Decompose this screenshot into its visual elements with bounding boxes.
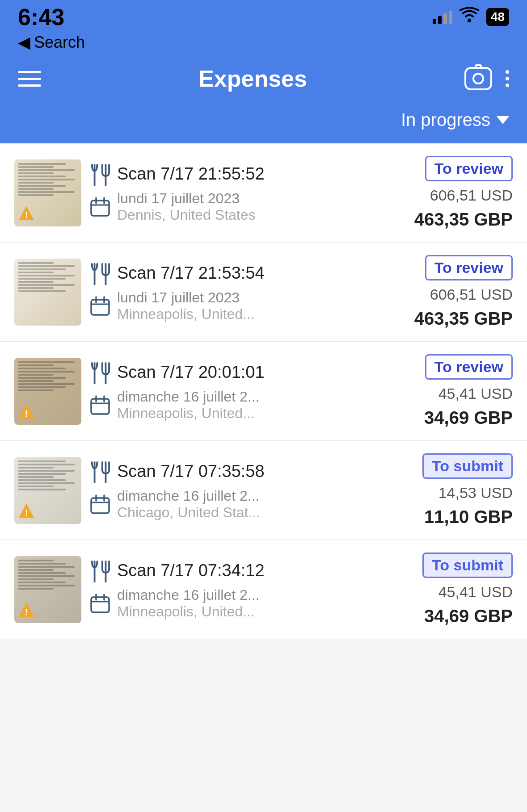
svg-text:!: ! — [25, 210, 28, 220]
camera-bump — [475, 64, 482, 69]
expense-amount-section: To review 45,41 USD 34,69 GBP — [424, 354, 513, 428]
scan-title: Scan 7/17 21:55:52 — [117, 164, 265, 184]
status-right: 48 — [433, 7, 509, 27]
expense-category-row: Scan 7/17 21:53:54 — [90, 262, 405, 285]
amount-gbp: 463,35 GBP — [414, 209, 513, 230]
fork-knife-icon — [90, 163, 110, 186]
calendar-icon — [90, 296, 110, 316]
status-badge[interactable]: To submit — [422, 453, 513, 479]
status-badge[interactable]: To review — [425, 255, 513, 280]
fork-knife-icon — [90, 361, 110, 384]
amount-gbp: 463,35 GBP — [414, 309, 513, 329]
date-location: dimanche 16 juillet 2... Minneapolis, Un… — [117, 389, 259, 422]
expense-item[interactable]: ! Scan 7/17 20:01:01 dimanche 16 juillet… — [0, 342, 527, 441]
fork-knife-icon — [90, 559, 110, 582]
warning-badge: ! — [18, 205, 35, 223]
camera-lens-icon — [472, 73, 484, 84]
signal-bars-icon — [433, 10, 452, 24]
warning-triangle-icon: ! — [18, 502, 35, 519]
amount-usd: 606,51 USD — [430, 286, 513, 303]
warning-triangle-icon: ! — [18, 403, 35, 419]
expense-location: Minneapolis, United... — [117, 405, 259, 422]
expense-location: Minneapolis, United... — [117, 603, 259, 620]
status-bar: 6:43 48 — [0, 0, 527, 31]
expense-date: lundi 17 juillet 2023 — [117, 190, 256, 207]
expense-details: Scan 7/17 07:35:58 dimanche 16 juillet 2… — [90, 460, 413, 521]
search-bar: ◀ Search — [0, 31, 527, 56]
amount-gbp: 34,69 GBP — [424, 408, 513, 428]
status-badge[interactable]: To submit — [422, 552, 513, 578]
warning-triangle-icon: ! — [18, 205, 35, 221]
expense-details: Scan 7/17 20:01:01 dimanche 16 juillet 2… — [90, 361, 415, 422]
expense-location: Dennis, United States — [117, 207, 256, 223]
warning-badge: ! — [18, 502, 35, 520]
expense-location: Minneapolis, United... — [117, 306, 255, 322]
filter-bar: In progress — [0, 105, 527, 143]
warning-badge: ! — [18, 602, 35, 619]
receipt-thumbnail: ! — [14, 556, 81, 623]
wifi-icon — [460, 7, 479, 27]
status-badge[interactable]: To review — [425, 156, 513, 181]
header-actions — [464, 67, 509, 90]
status-badge[interactable]: To review — [425, 354, 513, 380]
expense-amount-section: To review 606,51 USD 463,35 GBP — [414, 156, 513, 230]
hamburger-line-2 — [18, 78, 41, 80]
back-label: Search — [34, 33, 85, 52]
expense-amount-section: To submit 14,53 USD 11,10 GBP — [422, 453, 513, 527]
calendar-icon — [90, 494, 110, 514]
date-location: dimanche 16 juillet 2... Minneapolis, Un… — [117, 587, 259, 620]
date-location: lundi 17 juillet 2023 Dennis, United Sta… — [117, 190, 256, 223]
warning-triangle-icon: ! — [18, 602, 35, 618]
more-options-button[interactable] — [506, 70, 509, 87]
calendar-icon — [90, 594, 110, 613]
amount-gbp: 11,10 GBP — [424, 507, 513, 527]
expense-date: dimanche 16 juillet 2... — [117, 587, 259, 603]
receipt-thumbnail: ! — [14, 358, 81, 425]
camera-button[interactable] — [464, 67, 492, 90]
svg-rect-19 — [91, 399, 109, 414]
expense-item[interactable]: ! Scan 7/17 21:55:52 lundi 17 juillet 20… — [0, 143, 527, 243]
scan-title: Scan 7/17 21:53:54 — [117, 264, 265, 283]
calendar-icon — [90, 197, 110, 217]
page-title: Expenses — [198, 65, 307, 92]
back-to-search[interactable]: ◀ Search — [18, 33, 509, 52]
expense-category-row: Scan 7/17 07:35:58 — [90, 460, 413, 483]
dropdown-arrow-icon — [497, 116, 509, 124]
expense-date-row: lundi 17 juillet 2023 Minneapolis, Unite… — [90, 289, 405, 322]
hamburger-line-1 — [18, 71, 41, 73]
expense-list: ! Scan 7/17 21:55:52 lundi 17 juillet 20… — [0, 143, 527, 639]
expense-date: lundi 17 juillet 2023 — [117, 289, 255, 306]
date-location: dimanche 16 juillet 2... Chicago, United… — [117, 488, 260, 521]
expense-date-row: lundi 17 juillet 2023 Dennis, United Sta… — [90, 190, 405, 223]
expense-item[interactable]: ! Scan 7/17 07:35:58 dimanche 16 juillet… — [0, 441, 527, 540]
expense-details: Scan 7/17 07:34:12 dimanche 16 juillet 2… — [90, 559, 413, 620]
more-dot-2 — [506, 77, 509, 80]
scan-title: Scan 7/17 07:34:12 — [117, 561, 265, 580]
more-dot-3 — [506, 84, 509, 87]
svg-rect-27 — [91, 498, 109, 513]
expense-item[interactable]: Scan 7/17 21:53:54 lundi 17 juillet 2023… — [0, 243, 527, 342]
filter-label: In progress — [401, 110, 490, 130]
amount-usd: 606,51 USD — [430, 187, 513, 204]
expense-location: Chicago, United Stat... — [117, 504, 260, 521]
expense-category-row: Scan 7/17 20:01:01 — [90, 361, 415, 384]
filter-dropdown[interactable]: In progress — [401, 110, 509, 130]
svg-text:!: ! — [25, 508, 28, 518]
svg-rect-35 — [91, 597, 109, 612]
status-time: 6:43 — [18, 5, 64, 29]
expense-category-row: Scan 7/17 07:34:12 — [90, 559, 413, 582]
svg-text:!: ! — [25, 607, 28, 617]
amount-gbp: 34,69 GBP — [424, 606, 513, 626]
receipt-thumbnail: ! — [14, 159, 81, 226]
expense-amount-section: To review 606,51 USD 463,35 GBP — [414, 255, 513, 329]
svg-text:!: ! — [25, 409, 28, 419]
amount-usd: 14,53 USD — [438, 484, 513, 502]
amount-usd: 45,41 USD — [438, 385, 513, 402]
hamburger-menu-button[interactable] — [18, 71, 41, 87]
svg-rect-11 — [91, 300, 109, 315]
expense-category-row: Scan 7/17 21:55:52 — [90, 163, 405, 186]
amount-usd: 45,41 USD — [438, 583, 513, 601]
calendar-icon — [90, 395, 110, 415]
expense-item[interactable]: ! Scan 7/17 07:34:12 dimanche 16 juillet… — [0, 540, 527, 639]
receipt-thumbnail: ! — [14, 457, 81, 524]
